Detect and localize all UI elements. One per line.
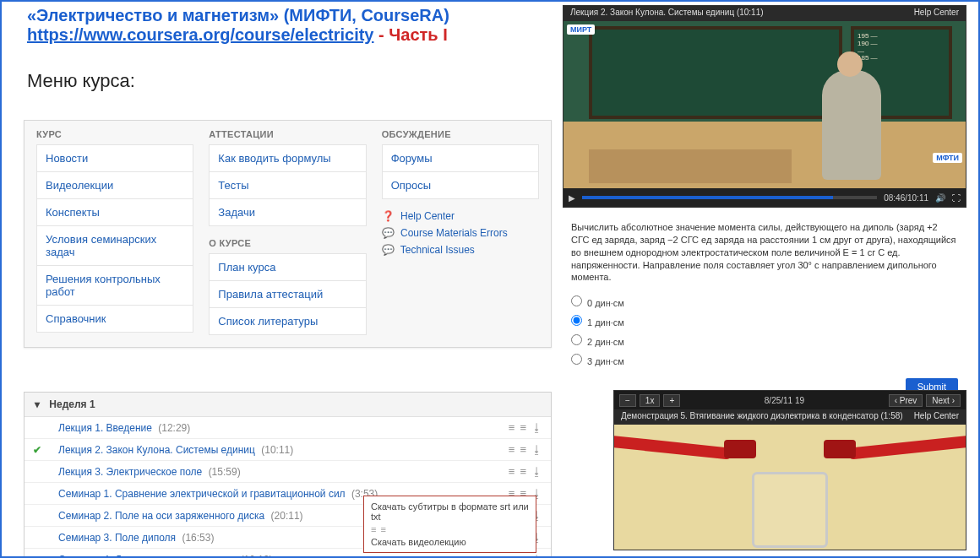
- quiz-option[interactable]: 3 дин·см: [571, 350, 958, 370]
- quiz-option[interactable]: 0 дин·см: [571, 292, 958, 312]
- quiz-radio[interactable]: [571, 295, 582, 306]
- lecture-link[interactable]: Семинар 4. Диполь во внешнем поле (10:19…: [58, 554, 509, 559]
- subtitles-icon[interactable]: ≡: [509, 553, 515, 558]
- lecture-duration: (16:53): [182, 532, 214, 544]
- menu-item-seminar-tasks[interactable]: Условия семинарских задач: [36, 225, 193, 265]
- video1-title: Лекция 2. Закон Кулона. Системы единиц (…: [570, 8, 764, 19]
- menu-col2b-heading: О КУРСЕ: [209, 238, 366, 248]
- download-icon[interactable]: ⭳: [531, 465, 542, 478]
- course-errors-link[interactable]: 💬 Course Materials Errors: [382, 225, 539, 241]
- check-icon: ✔: [33, 444, 41, 456]
- quiz-radio[interactable]: [571, 334, 582, 345]
- video2-help-link[interactable]: Help Center: [914, 411, 959, 423]
- list-icon: ≡ ≡: [371, 524, 387, 534]
- video2-clock: 8/25/11 19: [765, 396, 804, 405]
- question-icon: ❓: [382, 210, 395, 222]
- list-icon[interactable]: ≡: [520, 465, 526, 478]
- menu-item-handbook[interactable]: Справочник: [36, 305, 193, 333]
- week-header[interactable]: ▾ Неделя 1: [24, 393, 551, 417]
- lecture-link[interactable]: Лекция 3. Электрическое поле (15:59): [58, 466, 509, 478]
- fullscreen-icon[interactable]: ⛶: [952, 193, 961, 203]
- subtitles-icon[interactable]: ≡: [509, 443, 515, 456]
- lecture-link[interactable]: Лекция 2. Закон Кулона. Системы единиц (…: [58, 444, 509, 456]
- menu-col2a-heading: АТТЕСТАЦИИ: [209, 129, 366, 139]
- speech-icon: 💬: [382, 244, 395, 256]
- download-icon[interactable]: ⭳: [531, 443, 542, 456]
- menu-item-literature[interactable]: Список литературы: [209, 307, 366, 335]
- volume-icon[interactable]: 🔊: [935, 193, 945, 203]
- video-player-lecture: Лекция 2. Закон Кулона. Системы единиц (…: [563, 5, 966, 208]
- lecture-duration: (10:11): [261, 444, 293, 456]
- lecture-link[interactable]: Лекция 1. Введение (12:29): [58, 422, 509, 434]
- lecture-row: ✔Лекция 2. Закон Кулона. Системы единиц …: [24, 439, 551, 461]
- video2-title: Демонстрация 5. Втягивание жидкого диэле…: [621, 411, 903, 423]
- menu-item-assessment-rules[interactable]: Правила аттестаций: [209, 280, 366, 307]
- video2-next-button[interactable]: Next ›: [926, 394, 961, 407]
- callout-subtitles: Скачать субтитры в формате srt или txt: [371, 501, 529, 522]
- quiz-radio[interactable]: [571, 315, 582, 326]
- mipt-logo: МИРТ: [567, 24, 595, 35]
- menu-item-forums[interactable]: Форумы: [382, 144, 539, 171]
- play-icon[interactable]: ▶: [569, 193, 575, 203]
- subtitles-icon[interactable]: ≡: [509, 421, 515, 434]
- download-callout: Скачать субтитры в формате srt или txt ≡…: [363, 496, 536, 553]
- menu-item-surveys[interactable]: Опросы: [382, 171, 539, 199]
- mfti-logo: МФТИ: [933, 153, 962, 163]
- speech-icon: 💬: [382, 227, 395, 239]
- video1-time: 08:46/10:11: [884, 193, 928, 203]
- quiz-question: Вычислить абсолютное значение момента си…: [571, 221, 958, 284]
- video1-frame: 195 —190 ——185 — МИРТ МФТИ: [564, 21, 966, 188]
- list-icon[interactable]: ≡: [520, 421, 526, 434]
- video2-minus-button[interactable]: −: [619, 394, 636, 407]
- help-center-link[interactable]: ❓ Help Center: [382, 208, 539, 225]
- lecture-row: Лекция 3. Электрическое поле (15:59)≡≡⭳: [24, 461, 551, 483]
- menu-item-news[interactable]: Новости: [36, 144, 193, 171]
- download-icon[interactable]: ⭳: [531, 553, 542, 558]
- technical-issues-link[interactable]: 💬 Technical Issues: [382, 241, 539, 258]
- slide-title: «Электричество и магнетизм» (МИФТИ, Cour…: [27, 6, 534, 25]
- lecture-duration: (10:19): [241, 554, 273, 559]
- lecture-duration: (12:29): [158, 422, 190, 434]
- part-suffix: - Часть I: [378, 25, 448, 44]
- video2-speed-button[interactable]: 1x: [640, 394, 661, 407]
- lecture-duration: (20:11): [271, 510, 303, 522]
- course-link[interactable]: https://www.coursera.org/course/electric…: [27, 25, 374, 44]
- menu-item-formulas[interactable]: Как вводить формулы: [209, 144, 366, 171]
- menu-col1-heading: КУРС: [36, 129, 193, 139]
- menu-item-tests[interactable]: Тесты: [209, 171, 366, 198]
- menu-heading: Меню курса:: [27, 70, 534, 92]
- video-player-demo: − 1x + 8/25/11 19 ‹ Prev Next › Демонстр…: [613, 390, 966, 550]
- menu-col3-heading: ОБСУЖДЕНИЕ: [382, 129, 539, 139]
- quiz-option[interactable]: 1 дин·см: [571, 312, 958, 331]
- menu-item-syllabus[interactable]: План курса: [209, 253, 366, 280]
- video2-plus-button[interactable]: +: [663, 394, 680, 407]
- download-icon[interactable]: ⭳: [531, 421, 542, 434]
- list-icon[interactable]: ≡: [520, 443, 526, 456]
- lecture-row: Лекция 1. Введение (12:29)≡≡⭳: [24, 417, 551, 439]
- quiz-option[interactable]: 2 дин·см: [571, 331, 958, 350]
- list-icon[interactable]: ≡: [520, 553, 526, 558]
- quiz-panel: Вычислить абсолютное значение момента си…: [563, 218, 966, 410]
- lecture-duration: (15:59): [209, 466, 241, 478]
- video2-frame: [614, 425, 966, 550]
- subtitles-icon[interactable]: ≡: [509, 465, 515, 478]
- chevron-down-icon: ▾: [35, 398, 46, 410]
- menu-item-videolectures[interactable]: Видеолекции: [36, 171, 193, 198]
- menu-item-notes[interactable]: Конспекты: [36, 198, 193, 225]
- video1-help-link[interactable]: Help Center: [914, 8, 959, 19]
- callout-download-video: Скачать видеолекцию: [371, 537, 529, 547]
- menu-item-problems[interactable]: Задачи: [209, 198, 366, 226]
- course-menu: КУРС Новости Видеолекции Конспекты Услов…: [24, 120, 552, 348]
- quiz-radio[interactable]: [571, 354, 582, 365]
- video2-prev-button[interactable]: ‹ Prev: [889, 394, 923, 407]
- menu-item-test-solutions[interactable]: Решения контрольных работ: [36, 265, 193, 305]
